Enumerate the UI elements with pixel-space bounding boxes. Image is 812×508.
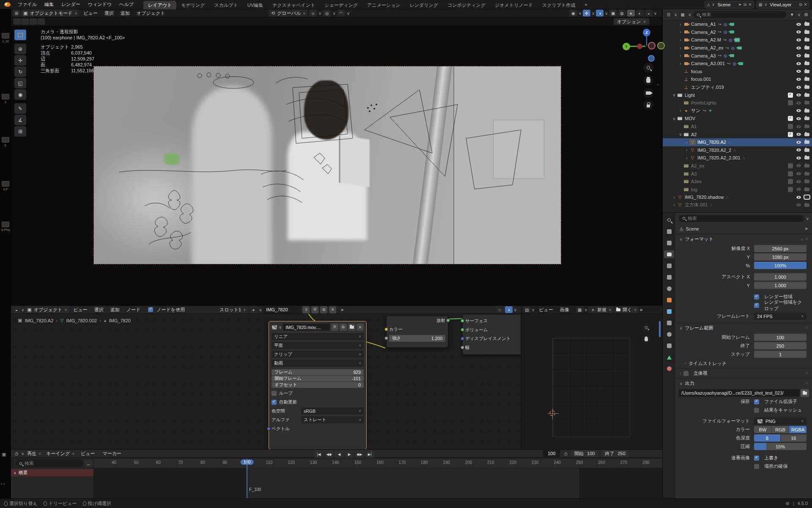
outliner-row[interactable]: A1 [663,123,812,131]
properties-tab-modifiers[interactable] [664,308,674,315]
outliner-row[interactable]: ›Camera_A1↪◎ [663,20,812,28]
image-texture-node[interactable]: ∨ IMG_7820.mov.... ⛨ ⧉ ✕ リニア 平面 クリップ 動画 … [269,321,367,449]
hide-viewport-eye-icon[interactable] [796,116,801,121]
pin-icon[interactable]: ➤ [639,308,643,312]
disable-render-camera-icon[interactable] [804,188,809,191]
strength-field[interactable]: 強さ1.200 [389,335,445,342]
resolution-y-field[interactable]: 1080 px [754,253,807,261]
unlink-icon[interactable]: ✕ [357,324,364,331]
disable-render-camera-icon[interactable] [804,203,809,207]
window-thumbnail[interactable]: 3. [1,137,10,147]
outliner-row[interactable]: ›立方体.001∴ [663,201,812,209]
disclosure-icon[interactable]: › [678,30,683,34]
outliner-row[interactable]: ›サン↪☀ [663,107,812,115]
hide-viewport-eye-icon[interactable] [796,171,801,176]
disclosure-icon[interactable]: › [678,53,683,58]
color-option-RGB[interactable]: RGB [772,426,789,433]
depth-option-16[interactable]: 16 [781,434,807,442]
navigation-gizmo[interactable]: Z Y [617,29,663,67]
image-editor[interactable]: ▤∨ ビュー画像 ▦∨ ＋ 新規 開く ➤ [521,305,662,449]
disable-render-camera-icon[interactable] [804,172,809,176]
disclosure-icon[interactable]: ∨ [672,93,677,97]
pin-icon[interactable]: ➤ [738,2,742,7]
hide-viewport-eye-icon[interactable] [796,77,801,82]
material-icon[interactable]: ◕ [250,306,257,313]
hide-viewport-eye-icon[interactable] [796,22,801,27]
timeline-content[interactable] [94,468,662,498]
editor-type-icon[interactable]: ◒ [13,306,20,313]
hide-viewport-eye-icon[interactable] [796,155,801,161]
input-socket[interactable] [461,346,464,349]
disclosure-icon[interactable]: › [684,148,689,152]
disable-render-camera-icon[interactable] [804,140,809,144]
pin-icon[interactable]: ➤ [340,308,344,312]
playhead[interactable] [247,459,247,498]
show-overlays-icon[interactable]: ◑ [596,10,604,16]
shading-rendered-icon[interactable]: ◒ [645,10,653,16]
hide-viewport-eye-icon[interactable] [796,187,801,192]
scrollbar[interactable] [659,321,661,337]
outliner-search-input[interactable]: 検索 [693,11,787,18]
move-tool[interactable]: ✢ [14,55,26,66]
scale-tool[interactable]: ◱ [14,78,26,88]
image-menu-ビュー[interactable]: ビュー [535,307,557,313]
outliner-row[interactable]: log [663,185,812,193]
time-stretch-section[interactable]: ›タイムストレッチ [675,359,812,368]
source-dropdown[interactable]: 動画 [272,360,364,367]
scene-selector[interactable]: ◬∨ Scene ➤ ⧉ ✕ [705,1,754,8]
outliner-row[interactable]: ›Camera_A3.001↪◎ [663,60,812,68]
start-frame-field[interactable]: 開始フレーム-101 [272,376,364,382]
disable-render-camera-icon[interactable] [804,70,809,73]
window-thumbnail[interactable]: 1_M [1,33,10,43]
outliner-row[interactable]: ›Camera_A2.M↪◎ [663,36,812,44]
node-menu-ビュー[interactable]: ビュー [70,307,91,313]
editor-type-icon[interactable]: ⊞ [13,10,20,16]
window-thumbnail[interactable]: 4.P [1,181,10,191]
input-socket[interactable] [461,328,464,332]
gizmo-z-axis[interactable]: Z [643,29,650,36]
workspace-tab[interactable]: スカルプト [209,1,242,9]
close-icon[interactable]: ✕ [804,2,807,7]
snap-target-icon[interactable] [22,19,29,25]
disclosure-icon[interactable]: › [672,195,677,200]
disable-render-camera-icon[interactable] [804,156,809,159]
proportional-edit-icon[interactable]: ◎ [323,10,331,16]
new-image-button[interactable]: ＋ 新規 [588,306,613,313]
view-menu[interactable]: ビュー [77,450,99,457]
extension-dropdown[interactable]: クリップ [272,351,364,358]
hide-viewport-eye-icon[interactable] [796,147,801,153]
overwrite-checkbox[interactable] [754,456,759,461]
properties-tab-search[interactable] [664,216,674,224]
color-input-socket[interactable] [384,327,388,331]
frame-start-field[interactable]: 100 [754,334,807,341]
disable-render-camera-icon[interactable] [804,133,809,136]
proportional-falloff-icon[interactable]: ◠ [337,10,345,16]
disable-render-camera-icon[interactable] [804,125,809,128]
material-name-field[interactable]: IMG_7820 [263,306,301,313]
frame-range-section-header[interactable]: ∨フレーム範囲⠿ [675,323,812,333]
use-nodes-checkbox[interactable] [148,307,153,312]
outliner-row[interactable]: ∨A2 [663,130,812,138]
sidebar-chevron-icon[interactable]: ‹ [657,82,658,87]
show-gizmo-icon[interactable]: ✣ [583,10,590,16]
disclosure-icon[interactable]: › [684,156,689,160]
editor-type-icon[interactable]: ☰ [665,11,672,18]
zoom-button[interactable] [642,323,651,332]
properties-tab-output[interactable] [664,250,674,258]
close-icon[interactable]: ✕ [748,2,752,7]
node-menu-ノード[interactable]: ノード [123,307,144,313]
vector-input-socket[interactable] [267,427,271,431]
format-section-header[interactable]: ∨フォーマット⚌ ⠿ [675,234,812,244]
disclosure-icon[interactable]: › [678,108,683,113]
resolution-x-field[interactable]: 2560 px [754,245,807,252]
mode-selector[interactable]: ▣オブジェクトモード [21,10,79,16]
outliner-row[interactable]: ›IMG_7820.A2_2∴ [663,146,812,154]
shader-type-dropdown[interactable]: ▣オブジェクト [25,306,69,313]
gizmo-z-neg-axis[interactable] [648,55,655,62]
disable-render-camera-icon[interactable] [804,180,809,183]
frame-field[interactable]: フレーム929 [272,369,364,375]
new-collection-icon[interactable]: ⊞ [802,11,810,18]
outliner-row[interactable]: ›Camera_A2↪◎ [663,28,812,36]
disable-render-camera-icon[interactable] [804,77,809,81]
shader-editor[interactable]: ◒∨ ▣オブジェクト ビュー選択追加ノード ノードを使用 スロット1 ◕∨ IM… [11,305,521,449]
